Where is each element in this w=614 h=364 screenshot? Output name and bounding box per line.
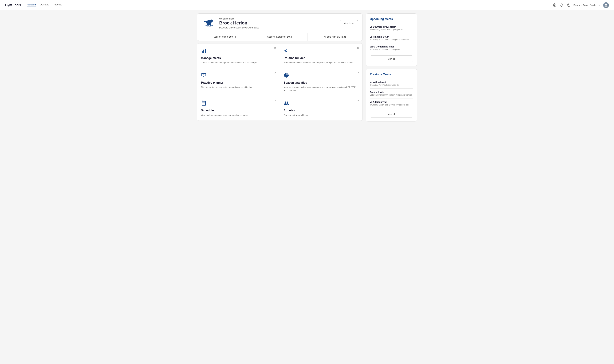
pie-chart-icon [284,73,359,79]
nav-season[interactable]: Season [27,3,36,7]
previous-meet-detail-1: Saturday, March 30th 6:00pm @Hinsdale Ce… [370,94,413,96]
upcoming-meet-item-0: vs Downers Grove North Wednesday, April … [370,23,413,33]
main-container: DOWNERS GROVE SOUTH Welcome back, Brock … [192,10,422,125]
feature-desc-practice-planner: Plan your rotations and setup pre and po… [201,86,276,89]
team-name: Downers Grove South... [574,4,597,6]
arrow-icon-routine-builder [356,47,359,50]
previous-meets-title: Previous Meets [370,73,413,76]
previous-meets-card: Previous Meets vs Willowbrook Thursday, … [366,69,417,121]
feature-grid: Manage meets Create new meets, manage me… [197,43,363,121]
svg-text:SOUTH: SOUTH [207,26,211,27]
nav-practice[interactable]: Practice [53,3,62,7]
upcoming-meet-detail-1: Thursday, April 20th 6:00pm @Hinsdale So… [370,39,413,41]
svg-line-20 [274,100,276,101]
feature-desc-athletes: Add and edit your athletes [284,114,359,117]
feature-desc-schedule: View and manage your meet and practice s… [201,114,276,117]
right-panel: Upcoming Meets vs Downers Grove North We… [366,13,417,121]
previous-meets-view-all-button[interactable]: View all [370,111,413,117]
previous-meet-name-0: vs Willowbrook [370,81,413,83]
svg-point-0 [554,5,555,6]
svg-rect-9 [210,23,211,25]
feature-routine-builder[interactable]: Routine builder Set athlete routines, cr… [280,43,363,68]
welcome-greeting: Welcome back, [219,17,336,20]
stat-season-avg: Season average of 146.6 [252,33,307,41]
arrow-icon-season-analytics [356,71,359,75]
feature-title-athletes: Athletes [284,109,359,112]
feature-title-schedule: Schedule [201,109,276,112]
upcoming-meet-item-1: vs Hinsdale South Thursday, April 20th 6… [370,33,413,43]
arrow-icon-manage-meets [274,47,276,50]
svg-rect-15 [205,49,206,53]
upcoming-meet-name-1: vs Hinsdale South [370,36,413,38]
previous-meet-item-2: vs Addison Trail Thursday, March 28th 6:… [370,98,413,108]
notifications-icon[interactable] [560,3,564,7]
svg-line-16 [274,48,276,49]
svg-text:DOWNERS GROVE: DOWNERS GROVE [205,25,213,26]
arrow-icon-practice-planner [274,71,276,75]
hammer-icon [284,48,359,54]
welcome-text: Welcome back, Brock Herion Downers Grove… [219,17,336,29]
welcome-name: Brock Herion [219,20,336,26]
stats-row: Season high of 150.48 Season average of … [197,33,363,41]
feature-desc-season-analytics: View your season highs, lows, averages, … [284,86,359,92]
feature-title-season-analytics: Season analytics [284,81,359,84]
previous-meet-name-1: Canino Invite [370,91,413,93]
svg-rect-13 [202,51,203,53]
previous-meet-item-0: vs Willowbrook Thursday, April 4th 6:00p… [370,79,413,89]
settings-icon[interactable] [552,3,557,7]
arrow-icon-athletes [356,99,359,103]
previous-meet-item-1: Canino Invite Saturday, March 30th 6:00p… [370,89,413,98]
header-right: Downers Grove South... [552,2,609,8]
feature-season-analytics[interactable]: Season analytics View your season highs,… [280,68,363,96]
previous-meet-name-2: vs Addison Trail [370,101,413,103]
feature-title-practice-planner: Practice planner [201,81,276,84]
feature-title-routine-builder: Routine builder [284,56,359,60]
svg-line-21 [357,100,358,101]
welcome-team: Downers Grove South Boys Gymnastics [219,26,336,29]
previous-meet-detail-2: Thursday, March 28th 6:00pm @Addison Tra… [370,104,413,106]
svg-line-19 [357,72,358,73]
team-selector[interactable]: Downers Grove South... [574,4,601,6]
school-logo: DOWNERS GROVE SOUTH [202,18,216,29]
previous-meet-detail-0: Thursday, April 4th 6:00pm @DGS [370,84,413,86]
upcoming-meet-item-2: WSG Conference Meet Thursday, April 27th… [370,43,413,53]
upcoming-meet-detail-0: Wednesday, April 12th 6:00pm @DGN [370,29,413,31]
svg-rect-8 [209,23,210,25]
bar-chart-icon [201,48,276,54]
chevron-down-icon [598,4,601,6]
svg-line-18 [274,72,276,73]
help-icon[interactable] [566,3,571,7]
welcome-card: DOWNERS GROVE SOUTH Welcome back, Brock … [197,13,363,41]
feature-desc-manage-meets: Create new meets, manage meet invitation… [201,61,276,64]
feature-manage-meets[interactable]: Manage meets Create new meets, manage me… [197,43,280,68]
svg-point-10 [212,20,212,21]
nav-athletes[interactable]: Athletes [40,3,49,7]
stat-all-time-high: All time high of 155.35 [307,33,363,41]
people-icon [284,100,359,107]
upcoming-meets-card: Upcoming Meets vs Downers Grove North We… [366,13,417,66]
feature-practice-planner[interactable]: Practice planner Plan your rotations and… [197,68,280,96]
view-team-button[interactable]: View team [340,20,358,26]
main-nav: Season Athletes Practice [27,3,552,7]
presentation-icon [201,73,276,79]
svg-rect-6 [207,23,208,25]
feature-desc-routine-builder: Set athlete routines, create routine tem… [284,61,359,64]
upcoming-meets-title: Upcoming Meets [370,17,413,21]
upcoming-meet-name-2: WSG Conference Meet [370,45,413,48]
upcoming-meet-name-0: vs Downers Grove North [370,26,413,28]
app-logo: Gym Tools [5,3,21,7]
left-panel: DOWNERS GROVE SOUTH Welcome back, Brock … [197,13,363,121]
stat-season-high: Season high of 150.48 [197,33,252,41]
upcoming-meet-detail-2: Thursday, April 27th 6:00pm @DGS [370,48,413,51]
feature-title-manage-meets: Manage meets [201,56,276,60]
calendar-icon [201,100,276,107]
feature-athletes[interactable]: Athletes Add and edit your athletes [280,96,363,120]
svg-rect-7 [208,23,209,25]
svg-rect-14 [203,50,204,53]
avatar[interactable] [603,2,609,8]
upcoming-meets-view-all-button[interactable]: View all [370,55,413,62]
svg-line-17 [357,48,358,49]
welcome-top: DOWNERS GROVE SOUTH Welcome back, Brock … [197,13,363,33]
feature-schedule[interactable]: Schedule View and manage your meet and p… [197,96,280,120]
arrow-icon-schedule [274,99,276,103]
